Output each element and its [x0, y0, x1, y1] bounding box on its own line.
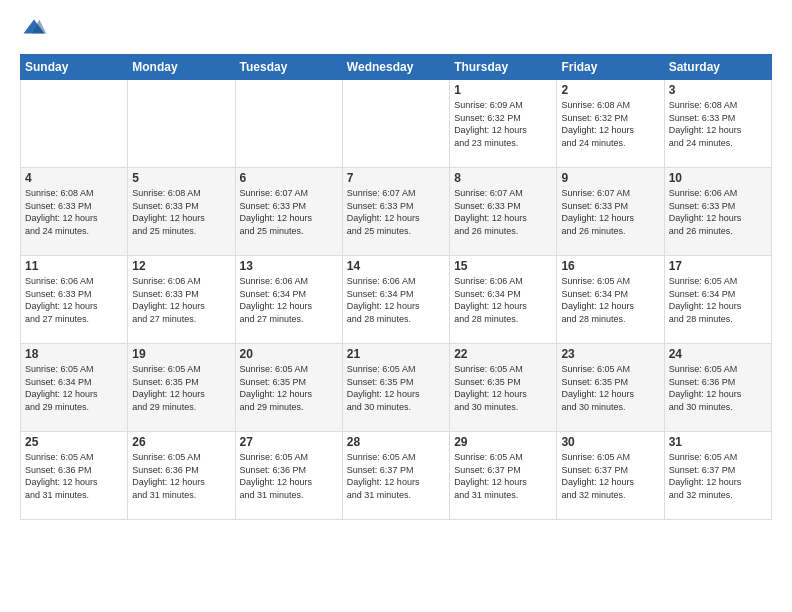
day-number: 7	[347, 171, 445, 185]
day-number: 8	[454, 171, 552, 185]
day-number: 16	[561, 259, 659, 273]
day-cell: 1Sunrise: 6:09 AM Sunset: 6:32 PM Daylig…	[450, 80, 557, 168]
day-info: Sunrise: 6:06 AM Sunset: 6:33 PM Dayligh…	[25, 275, 123, 325]
day-number: 14	[347, 259, 445, 273]
week-row-4: 18Sunrise: 6:05 AM Sunset: 6:34 PM Dayli…	[21, 344, 772, 432]
day-cell: 29Sunrise: 6:05 AM Sunset: 6:37 PM Dayli…	[450, 432, 557, 520]
day-number: 1	[454, 83, 552, 97]
day-cell: 23Sunrise: 6:05 AM Sunset: 6:35 PM Dayli…	[557, 344, 664, 432]
week-row-2: 4Sunrise: 6:08 AM Sunset: 6:33 PM Daylig…	[21, 168, 772, 256]
day-cell: 4Sunrise: 6:08 AM Sunset: 6:33 PM Daylig…	[21, 168, 128, 256]
day-number: 22	[454, 347, 552, 361]
day-number: 13	[240, 259, 338, 273]
week-row-1: 1Sunrise: 6:09 AM Sunset: 6:32 PM Daylig…	[21, 80, 772, 168]
day-info: Sunrise: 6:06 AM Sunset: 6:33 PM Dayligh…	[132, 275, 230, 325]
weekday-thursday: Thursday	[450, 55, 557, 80]
day-number: 30	[561, 435, 659, 449]
day-cell: 12Sunrise: 6:06 AM Sunset: 6:33 PM Dayli…	[128, 256, 235, 344]
weekday-tuesday: Tuesday	[235, 55, 342, 80]
day-number: 31	[669, 435, 767, 449]
day-cell: 14Sunrise: 6:06 AM Sunset: 6:34 PM Dayli…	[342, 256, 449, 344]
day-cell: 7Sunrise: 6:07 AM Sunset: 6:33 PM Daylig…	[342, 168, 449, 256]
day-cell	[235, 80, 342, 168]
day-info: Sunrise: 6:06 AM Sunset: 6:34 PM Dayligh…	[240, 275, 338, 325]
day-cell: 31Sunrise: 6:05 AM Sunset: 6:37 PM Dayli…	[664, 432, 771, 520]
weekday-sunday: Sunday	[21, 55, 128, 80]
day-cell: 24Sunrise: 6:05 AM Sunset: 6:36 PM Dayli…	[664, 344, 771, 432]
day-cell: 3Sunrise: 6:08 AM Sunset: 6:33 PM Daylig…	[664, 80, 771, 168]
day-number: 9	[561, 171, 659, 185]
day-number: 3	[669, 83, 767, 97]
weekday-saturday: Saturday	[664, 55, 771, 80]
day-info: Sunrise: 6:05 AM Sunset: 6:35 PM Dayligh…	[454, 363, 552, 413]
weekday-monday: Monday	[128, 55, 235, 80]
day-cell: 20Sunrise: 6:05 AM Sunset: 6:35 PM Dayli…	[235, 344, 342, 432]
week-row-5: 25Sunrise: 6:05 AM Sunset: 6:36 PM Dayli…	[21, 432, 772, 520]
weekday-wednesday: Wednesday	[342, 55, 449, 80]
day-number: 25	[25, 435, 123, 449]
day-info: Sunrise: 6:05 AM Sunset: 6:37 PM Dayligh…	[347, 451, 445, 501]
day-number: 19	[132, 347, 230, 361]
day-number: 11	[25, 259, 123, 273]
day-cell: 9Sunrise: 6:07 AM Sunset: 6:33 PM Daylig…	[557, 168, 664, 256]
day-cell: 22Sunrise: 6:05 AM Sunset: 6:35 PM Dayli…	[450, 344, 557, 432]
logo-icon	[20, 16, 48, 44]
day-cell	[128, 80, 235, 168]
day-number: 6	[240, 171, 338, 185]
day-info: Sunrise: 6:05 AM Sunset: 6:36 PM Dayligh…	[132, 451, 230, 501]
day-info: Sunrise: 6:05 AM Sunset: 6:37 PM Dayligh…	[454, 451, 552, 501]
day-number: 17	[669, 259, 767, 273]
day-number: 26	[132, 435, 230, 449]
day-info: Sunrise: 6:07 AM Sunset: 6:33 PM Dayligh…	[561, 187, 659, 237]
day-number: 12	[132, 259, 230, 273]
day-number: 28	[347, 435, 445, 449]
header	[20, 16, 772, 44]
day-info: Sunrise: 6:06 AM Sunset: 6:34 PM Dayligh…	[347, 275, 445, 325]
day-number: 21	[347, 347, 445, 361]
day-number: 15	[454, 259, 552, 273]
page: SundayMondayTuesdayWednesdayThursdayFrid…	[0, 0, 792, 536]
day-number: 20	[240, 347, 338, 361]
day-info: Sunrise: 6:07 AM Sunset: 6:33 PM Dayligh…	[454, 187, 552, 237]
day-cell	[342, 80, 449, 168]
day-info: Sunrise: 6:06 AM Sunset: 6:34 PM Dayligh…	[454, 275, 552, 325]
day-cell: 5Sunrise: 6:08 AM Sunset: 6:33 PM Daylig…	[128, 168, 235, 256]
day-number: 29	[454, 435, 552, 449]
day-number: 10	[669, 171, 767, 185]
week-row-3: 11Sunrise: 6:06 AM Sunset: 6:33 PM Dayli…	[21, 256, 772, 344]
weekday-header-row: SundayMondayTuesdayWednesdayThursdayFrid…	[21, 55, 772, 80]
day-info: Sunrise: 6:05 AM Sunset: 6:34 PM Dayligh…	[25, 363, 123, 413]
day-cell: 27Sunrise: 6:05 AM Sunset: 6:36 PM Dayli…	[235, 432, 342, 520]
day-info: Sunrise: 6:08 AM Sunset: 6:33 PM Dayligh…	[25, 187, 123, 237]
day-info: Sunrise: 6:08 AM Sunset: 6:32 PM Dayligh…	[561, 99, 659, 149]
day-cell: 8Sunrise: 6:07 AM Sunset: 6:33 PM Daylig…	[450, 168, 557, 256]
day-info: Sunrise: 6:07 AM Sunset: 6:33 PM Dayligh…	[347, 187, 445, 237]
calendar: SundayMondayTuesdayWednesdayThursdayFrid…	[20, 54, 772, 520]
day-cell: 17Sunrise: 6:05 AM Sunset: 6:34 PM Dayli…	[664, 256, 771, 344]
day-cell: 6Sunrise: 6:07 AM Sunset: 6:33 PM Daylig…	[235, 168, 342, 256]
day-info: Sunrise: 6:05 AM Sunset: 6:34 PM Dayligh…	[669, 275, 767, 325]
day-info: Sunrise: 6:05 AM Sunset: 6:35 PM Dayligh…	[240, 363, 338, 413]
day-cell: 10Sunrise: 6:06 AM Sunset: 6:33 PM Dayli…	[664, 168, 771, 256]
day-cell: 2Sunrise: 6:08 AM Sunset: 6:32 PM Daylig…	[557, 80, 664, 168]
day-info: Sunrise: 6:06 AM Sunset: 6:33 PM Dayligh…	[669, 187, 767, 237]
day-info: Sunrise: 6:05 AM Sunset: 6:36 PM Dayligh…	[669, 363, 767, 413]
day-cell: 18Sunrise: 6:05 AM Sunset: 6:34 PM Dayli…	[21, 344, 128, 432]
day-info: Sunrise: 6:07 AM Sunset: 6:33 PM Dayligh…	[240, 187, 338, 237]
day-cell: 25Sunrise: 6:05 AM Sunset: 6:36 PM Dayli…	[21, 432, 128, 520]
day-number: 18	[25, 347, 123, 361]
day-info: Sunrise: 6:09 AM Sunset: 6:32 PM Dayligh…	[454, 99, 552, 149]
weekday-friday: Friday	[557, 55, 664, 80]
day-cell: 28Sunrise: 6:05 AM Sunset: 6:37 PM Dayli…	[342, 432, 449, 520]
day-cell: 15Sunrise: 6:06 AM Sunset: 6:34 PM Dayli…	[450, 256, 557, 344]
day-info: Sunrise: 6:05 AM Sunset: 6:36 PM Dayligh…	[240, 451, 338, 501]
day-number: 24	[669, 347, 767, 361]
day-info: Sunrise: 6:05 AM Sunset: 6:35 PM Dayligh…	[347, 363, 445, 413]
logo	[20, 16, 52, 44]
day-cell: 11Sunrise: 6:06 AM Sunset: 6:33 PM Dayli…	[21, 256, 128, 344]
day-cell: 16Sunrise: 6:05 AM Sunset: 6:34 PM Dayli…	[557, 256, 664, 344]
day-number: 23	[561, 347, 659, 361]
day-cell: 13Sunrise: 6:06 AM Sunset: 6:34 PM Dayli…	[235, 256, 342, 344]
day-cell: 30Sunrise: 6:05 AM Sunset: 6:37 PM Dayli…	[557, 432, 664, 520]
day-info: Sunrise: 6:05 AM Sunset: 6:37 PM Dayligh…	[669, 451, 767, 501]
